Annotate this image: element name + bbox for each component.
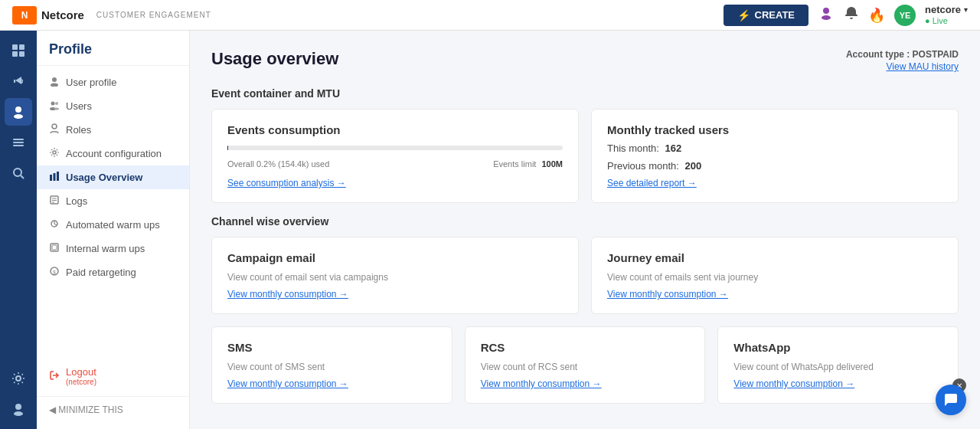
sidebar-label-user-profile: User profile [66, 77, 116, 88]
sidebar-item-usage-overview[interactable]: Usage Overview [37, 165, 189, 189]
sidebar-label-roles: Roles [66, 124, 91, 136]
mtu-card-title: Monthly tracked users [607, 123, 942, 136]
sidebar-item-users[interactable]: Users [37, 94, 189, 118]
rcs-desc: View count of RCS sent [481, 362, 690, 372]
svg-point-25 [53, 151, 56, 154]
user-avatar-top[interactable]: YE [894, 5, 916, 26]
product-badge: CUSTOMER ENGAGEMENT [96, 11, 211, 19]
svg-point-3 [822, 15, 831, 20]
events-progress-labels: Overall 0.2% (154.4k) used Events limit … [227, 159, 563, 169]
svg-point-20 [51, 102, 55, 106]
mtu-detailed-report-link[interactable]: See detailed report → [607, 178, 942, 188]
sidebar-icon-settings[interactable] [5, 365, 32, 392]
section2-title: Channel wise overview [211, 215, 959, 228]
view-mau-link[interactable]: View MAU history [846, 61, 959, 72]
sidebar-icon-search[interactable] [5, 159, 32, 187]
mtu-prev-month: Previous month: 200 [607, 160, 942, 172]
svg-rect-6 [12, 51, 18, 57]
rcs-card: RCS View count of RCS sent View monthly … [465, 326, 706, 404]
sidebar-icon-user[interactable] [5, 98, 32, 126]
sms-title: SMS [227, 341, 436, 354]
svg-rect-11 [13, 142, 24, 143]
page-header-right: Account type : POSTPAID View MAU history [846, 49, 959, 72]
status-live: ● Live [925, 16, 968, 26]
icon-sidebar [0, 31, 37, 429]
sidebar-item-user-profile[interactable]: User profile [37, 70, 189, 94]
events-overall-label: Overall 0.2% (154.4k) used [227, 159, 329, 169]
svg-rect-26 [50, 175, 52, 181]
user-profile-icon [49, 76, 60, 89]
sidebar-item-account-config[interactable]: Account configuration [37, 142, 189, 165]
svg-point-16 [15, 404, 21, 410]
svg-point-2 [823, 8, 829, 14]
sidebar-icon-list[interactable] [5, 129, 32, 156]
create-icon: ⚡ [737, 9, 750, 21]
whatsapp-desc: View count of WhatsApp delivered [733, 362, 942, 372]
svg-point-21 [55, 102, 58, 105]
svg-point-9 [14, 114, 23, 119]
campaign-email-link[interactable]: View monthly consumption → [227, 289, 563, 300]
sms-card: SMS View count of SMS sent View monthly … [211, 326, 452, 404]
svg-rect-4 [12, 44, 18, 50]
sidebar-icon-profile-bottom[interactable] [5, 395, 32, 423]
sidebar-label-internal-warm-ups: Internal warm ups [66, 243, 145, 254]
status-dropdown[interactable]: netcore ▾ ● Live [925, 4, 968, 26]
sidebar-item-logs[interactable]: Logs [37, 189, 189, 213]
sidebar-label-users: Users [66, 100, 92, 112]
bell-icon[interactable] [844, 5, 859, 25]
events-consumption-link[interactable]: See consumption analysis → [227, 178, 563, 188]
create-button[interactable]: ⚡ CREATE [724, 5, 808, 26]
whatsapp-link[interactable]: View monthly consumption → [733, 378, 942, 389]
sidebar-item-roles[interactable]: Roles [37, 118, 189, 142]
sidebar-nav: User profile Users Roles Account configu… [37, 66, 189, 396]
user-icon-top[interactable] [818, 5, 835, 25]
rcs-link[interactable]: View monthly consumption → [481, 378, 690, 389]
svg-point-17 [14, 411, 23, 416]
sidebar-item-paid-retargeting[interactable]: $ Paid retargeting [37, 260, 189, 284]
dropdown-icon: ▾ [964, 5, 968, 15]
section1-cards: Events consumption Overall 0.2% (154.4k)… [211, 109, 959, 203]
campaign-email-desc: View count of email sent via campaigns [227, 272, 563, 283]
fire-icon[interactable]: 🔥 [868, 7, 885, 24]
status-name: netcore [925, 4, 961, 16]
svg-line-14 [21, 175, 24, 178]
campaign-email-card: Campaign email View count of email sent … [211, 237, 579, 314]
icon-sidebar-bottom [5, 365, 32, 423]
svg-point-24 [52, 124, 57, 129]
sms-link[interactable]: View monthly consumption → [227, 378, 436, 389]
events-progress-fill [227, 146, 228, 150]
mtu-card: Monthly tracked users This month: 162 Pr… [591, 109, 959, 203]
section1-title: Event container and MTU [211, 87, 959, 100]
section2-row1: Campaign email View count of email sent … [211, 237, 959, 314]
left-sidebar: Profile User profile Users Roles [37, 31, 190, 429]
svg-point-23 [54, 108, 59, 110]
svg-rect-27 [54, 173, 56, 181]
logout-icon [49, 370, 60, 383]
journey-email-title: Journey email [607, 251, 942, 264]
mtu-this-month: This month: 162 [607, 142, 942, 154]
minimize-button[interactable]: ◀ MINIMIZE THIS [37, 396, 189, 423]
svg-text:N: N [21, 10, 28, 21]
logo[interactable]: N Netcore [12, 6, 84, 25]
sidebar-label-account-config: Account configuration [66, 148, 162, 159]
sidebar-icon-grid[interactable] [5, 37, 32, 64]
sidebar-icon-megaphone[interactable] [5, 67, 32, 95]
sidebar-item-internal-warm-ups[interactable]: Internal warm ups [37, 237, 189, 260]
roles-icon [49, 123, 60, 136]
create-label: CREATE [755, 9, 795, 21]
chat-bubble-button[interactable] [936, 385, 966, 415]
logo-icon: N [12, 6, 37, 25]
svg-point-15 [16, 376, 21, 381]
internal-warmups-icon [49, 242, 60, 255]
page-header: Usage overview Account type : POSTPAID V… [211, 49, 959, 72]
account-config-icon [49, 147, 60, 160]
paid-retargeting-icon: $ [49, 266, 60, 279]
sidebar-item-logout[interactable]: Logout (netcore) [37, 361, 189, 391]
svg-point-18 [52, 77, 57, 82]
sms-desc: View count of SMS sent [227, 362, 436, 372]
journey-email-link[interactable]: View monthly consumption → [607, 289, 942, 300]
journey-email-desc: View count of emails sent via journey [607, 272, 942, 283]
minimize-label: ◀ MINIMIZE THIS [49, 404, 123, 415]
logo-text: Netcore [41, 8, 84, 21]
sidebar-item-automated-warm-ups[interactable]: Automated warm ups [37, 213, 189, 237]
